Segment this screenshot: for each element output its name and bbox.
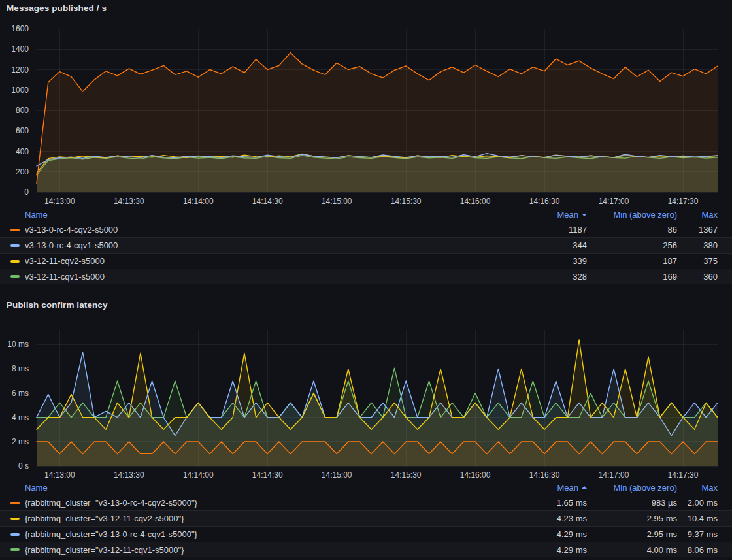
legend-header-min[interactable]: Min (above zero) [587, 210, 677, 220]
series-name[interactable]: {rabbitmq_cluster="v3-12-11-cqv2-s5000"} [25, 514, 508, 523]
x-axis-tick-label: 14:15:30 [391, 197, 422, 206]
mean-value: 4.29 ms [508, 545, 587, 555]
y-axis-tick-label: 1400 [11, 44, 29, 54]
min-value: 86 [587, 225, 677, 235]
series-name[interactable]: v3-12-11-cqv1-s5000 [25, 272, 508, 282]
max-value: 1367 [677, 225, 718, 235]
series-color-swatch [10, 518, 20, 520]
legend-row[interactable]: v3-13-0-rc-4-cqv2-s50001187861367 [0, 222, 732, 237]
min-value: 2.95 ms [587, 514, 677, 523]
y-axis-tick-labels: 10 ms8 ms6 ms4 ms2 ms0 s [7, 340, 29, 470]
y-axis-tick-label: 600 [16, 126, 29, 135]
legend-header-row: NameMeanMin (above zero)Max [0, 208, 732, 222]
legend-header-name[interactable]: Name [25, 210, 508, 220]
x-axis-tick-label: 14:14:30 [252, 197, 283, 206]
series-name[interactable]: v3-12-11-cqv2-s5000 [25, 256, 508, 266]
y-axis-tick-label: 2 ms [12, 437, 29, 446]
time-series-chart[interactable]: 10 ms8 ms6 ms4 ms2 ms0 s14:13:0014:13:30… [0, 321, 732, 485]
max-value: 360 [677, 272, 718, 282]
legend-header-row: NameMeanMin (above zero)Max [0, 481, 732, 495]
series-color-swatch [10, 229, 20, 231]
x-axis-tick-label: 14:17:00 [599, 470, 629, 480]
series-name[interactable]: {rabbitmq_cluster="v3-12-11-cqv1-s5000"} [25, 545, 508, 555]
legend-header-max[interactable]: Max [677, 210, 718, 220]
x-axis-tick-label: 14:15:00 [322, 197, 352, 206]
series-name[interactable]: {rabbitmq_cluster="v3-13-0-rc-4-cqv1-s50… [25, 529, 508, 539]
series-color-swatch [10, 533, 20, 536]
y-axis-tick-label: 800 [16, 106, 29, 115]
sort-ascending-icon [582, 486, 587, 489]
series-color-swatch [10, 244, 20, 247]
x-axis-tick-label: 14:16:00 [460, 470, 491, 480]
max-value: 9.37 ms [677, 529, 718, 539]
mean-value: 339 [508, 256, 587, 266]
legend-header-mean[interactable]: Mean [508, 210, 587, 220]
x-axis-tick-label: 14:14:00 [183, 470, 214, 480]
series-color-swatch [10, 502, 20, 504]
x-axis-tick-label: 14:15:30 [391, 470, 422, 480]
series-color-swatch [10, 260, 20, 263]
series-lines [37, 340, 718, 466]
x-axis-tick-label: 14:16:30 [529, 197, 560, 206]
mean-value: 328 [508, 272, 587, 282]
mean-value: 1.65 ms [508, 498, 587, 508]
x-axis-tick-label: 14:13:30 [114, 197, 144, 206]
series-lines [37, 52, 718, 192]
y-axis-tick-label: 10 ms [7, 340, 29, 349]
legend-row[interactable]: {rabbitmq_cluster="v3-12-11-cqv1-s5000"}… [0, 542, 732, 557]
y-axis-tick-label: 6 ms [12, 389, 29, 398]
x-axis-tick-label: 14:16:00 [460, 197, 491, 206]
x-axis-tick-label: 14:17:00 [599, 197, 629, 206]
time-series-chart[interactable]: 1600140012001000800600400200014:13:0014:… [0, 18, 732, 209]
series-name[interactable]: v3-13-0-rc-4-cqv1-s5000 [25, 240, 508, 250]
x-axis-tick-label: 14:14:00 [183, 197, 214, 206]
y-axis-tick-label: 8 ms [12, 364, 29, 373]
x-axis-tick-label: 14:13:00 [44, 470, 75, 480]
y-axis-tick-labels: 16001400120010008006004002000 [11, 24, 29, 197]
legend-table: NameMeanMin (above zero)Max{rabbitmq_clu… [0, 481, 732, 557]
x-axis-tick-label: 14:16:30 [529, 470, 560, 480]
min-value: 2.95 ms [587, 529, 677, 539]
legend-header-mean[interactable]: Mean [508, 483, 587, 493]
x-axis-tick-label: 14:17:30 [668, 197, 699, 206]
min-value: 4.00 ms [587, 545, 677, 555]
series-name[interactable]: {rabbitmq_cluster="v3-13-0-rc-4-cqv2-s50… [25, 498, 508, 508]
min-value: 256 [587, 240, 677, 250]
max-value: 10.4 ms [677, 514, 718, 523]
y-axis-tick-label: 200 [16, 167, 29, 176]
series-color-swatch [10, 275, 20, 278]
legend-row[interactable]: v3-12-11-cqv1-s5000328169360 [0, 269, 732, 284]
y-axis-tick-label: 1600 [11, 24, 29, 33]
legend-row[interactable]: v3-12-11-cqv2-s5000339187375 [0, 253, 732, 269]
legend-header-max[interactable]: Max [677, 483, 718, 493]
mean-value: 344 [508, 240, 587, 250]
legend-row[interactable]: {rabbitmq_cluster="v3-13-0-rc-4-cqv2-s50… [0, 495, 732, 510]
series-name[interactable]: v3-13-0-rc-4-cqv2-s5000 [25, 225, 508, 235]
panel-title[interactable]: Messages published / s [7, 3, 107, 13]
legend-table: NameMeanMin (above zero)Maxv3-13-0-rc-4-… [0, 208, 732, 284]
x-axis-tick-label: 14:17:30 [668, 470, 699, 480]
legend-header-name[interactable]: Name [25, 483, 508, 493]
sort-descending-icon [582, 214, 587, 216]
x-axis-tick-labels: 14:13:0014:13:3014:14:0014:14:3014:15:00… [44, 197, 699, 206]
x-axis-tick-label: 14:15:00 [322, 470, 352, 480]
y-axis-tick-label: 1200 [11, 65, 29, 74]
min-value: 187 [587, 256, 677, 266]
legend-row[interactable]: {rabbitmq_cluster="v3-12-11-cqv2-s5000"}… [0, 510, 732, 526]
max-value: 8.06 ms [677, 545, 718, 555]
y-axis-tick-label: 1000 [11, 86, 29, 95]
x-axis-tick-labels: 14:13:0014:13:3014:14:0014:14:3014:15:00… [44, 470, 699, 480]
max-value: 2.00 ms [677, 498, 718, 508]
min-value: 169 [587, 272, 677, 282]
x-axis-tick-label: 14:13:00 [44, 197, 75, 206]
max-value: 380 [677, 240, 718, 250]
y-axis-tick-label: 0 [24, 188, 29, 197]
y-axis-tick-label: 400 [16, 147, 29, 156]
mean-value: 4.23 ms [508, 514, 587, 523]
legend-row[interactable]: {rabbitmq_cluster="v3-13-0-rc-4-cqv1-s50… [0, 526, 732, 542]
y-axis-tick-label: 4 ms [12, 413, 29, 422]
legend-row[interactable]: v3-13-0-rc-4-cqv1-s5000344256380 [0, 237, 732, 253]
panel-title[interactable]: Publish confirm latency [7, 300, 108, 310]
y-axis-tick-label: 0 s [18, 461, 29, 470]
legend-header-min[interactable]: Min (above zero) [587, 483, 677, 493]
